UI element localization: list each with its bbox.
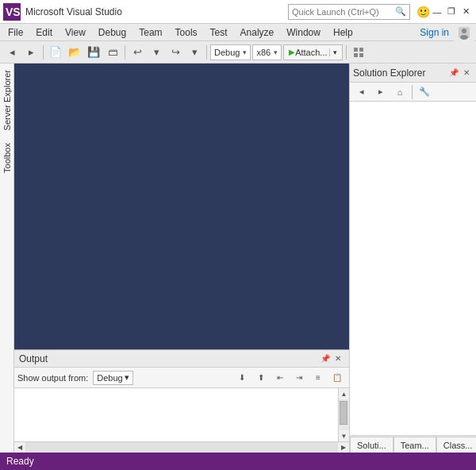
undo-dropdown[interactable]: ▾ — [148, 44, 165, 61]
tab-team[interactable]: Team... — [393, 437, 436, 453]
solution-explorer-content — [350, 102, 476, 435]
pin-button[interactable]: 📌 — [447, 67, 460, 79]
svg-rect-7 — [354, 53, 358, 57]
platform-dropdown[interactable]: x86 ▾ — [252, 44, 282, 60]
solution-explorer-panel: Solution Explorer 📌 ✕ ◂ ▸ ⌂ 🔧 Soluti... … — [349, 64, 476, 453]
solution-explorer-title: Solution Explorer — [353, 67, 447, 79]
menu-help[interactable]: Help — [327, 24, 359, 40]
save-button[interactable]: 💾 — [85, 44, 102, 61]
se-settings-button[interactable]: 🔧 — [416, 83, 433, 101]
menu-team[interactable]: Team — [132, 24, 168, 40]
output-hscrollbar[interactable]: ◀ ▶ — [14, 441, 349, 453]
menu-window[interactable]: Window — [280, 24, 327, 40]
redo-dropdown[interactable]: ▾ — [186, 44, 203, 61]
output-close-button[interactable]: ✕ — [332, 352, 344, 365]
main-layout: Server Explorer Toolbox Solution Explore… — [0, 64, 476, 453]
menu-debug[interactable]: Debug — [92, 24, 132, 40]
se-home-button[interactable]: ⌂ — [391, 83, 409, 101]
quick-launch-search[interactable]: 🔍 — [288, 4, 410, 20]
debug-config-dropdown[interactable]: Debug ▾ — [210, 44, 251, 60]
output-last-btn[interactable]: ⇥ — [290, 369, 308, 387]
app-title: Microsoft Visual Studio — [25, 6, 288, 17]
toolbox-tab[interactable]: Toolbox — [1, 137, 13, 179]
svg-rect-6 — [359, 48, 363, 52]
account-icon[interactable] — [454, 24, 474, 41]
tab-solution[interactable]: Soluti... — [350, 437, 393, 453]
output-panel-title: Output — [19, 353, 319, 364]
panel-tab-strip: Soluti... Team... Class... — [350, 435, 476, 453]
se-separator — [412, 85, 413, 99]
menu-edit[interactable]: Edit — [29, 24, 59, 40]
close-button[interactable]: ✕ — [459, 5, 473, 19]
output-pin-button[interactable]: 📌 — [319, 352, 332, 365]
scroll-up-arrow[interactable]: ▲ — [340, 388, 349, 399]
vs-logo-icon: VS — [3, 3, 21, 21]
hscroll-track[interactable] — [25, 442, 338, 453]
redo-button[interactable]: ↪ — [167, 44, 184, 61]
scroll-thumb[interactable] — [340, 401, 347, 425]
attach-button[interactable]: ▶ Attach... ▾ — [283, 44, 342, 60]
save-all-button[interactable]: 🗃 — [104, 44, 121, 61]
new-file-button[interactable]: 📄 — [47, 44, 64, 61]
chevron-down-icon-2: ▾ — [274, 48, 278, 56]
debug-config-label: Debug — [214, 48, 240, 57]
status-text: Ready — [6, 456, 34, 467]
toolbar-separator-2 — [125, 45, 125, 60]
svg-rect-5 — [354, 48, 358, 52]
output-wrap-btn[interactable]: ≡ — [309, 369, 327, 387]
back-button[interactable]: ◂ — [3, 44, 21, 61]
menu-test[interactable]: Test — [204, 24, 234, 40]
scroll-down-arrow[interactable]: ▼ — [340, 430, 349, 441]
attach-label: Attach... — [295, 48, 327, 57]
svg-text:VS: VS — [6, 6, 21, 18]
menu-analyze[interactable]: Analyze — [234, 24, 281, 40]
output-scroll-up-btn[interactable]: ⬆ — [252, 369, 270, 387]
menu-file[interactable]: File — [2, 24, 29, 40]
feedback-icon: 🙂 — [416, 6, 430, 18]
minimize-button[interactable]: — — [430, 5, 444, 19]
svg-point-3 — [462, 29, 466, 33]
toolbar-separator-4 — [346, 45, 347, 60]
se-forward-button[interactable]: ▸ — [372, 83, 390, 101]
hscroll-left-arrow[interactable]: ◀ — [14, 442, 25, 453]
output-copy-btn[interactable]: 📋 — [328, 369, 346, 387]
platform-label: x86 — [256, 48, 271, 57]
output-scroll-down-btn[interactable]: ⬇ — [233, 369, 251, 387]
output-first-btn[interactable]: ⇤ — [271, 369, 289, 387]
output-toolbar: Show output from: Debug ▾ ⬇ ⬆ ⇤ ⇥ ≡ 📋 — [14, 368, 349, 388]
menu-tools[interactable]: Tools — [169, 24, 204, 40]
hscroll-right-arrow[interactable]: ▶ — [338, 442, 349, 453]
output-panel-titlebar: Output 📌 ✕ — [14, 350, 349, 368]
solution-explorer-titlebar: Solution Explorer 📌 ✕ — [350, 64, 476, 83]
se-back-button[interactable]: ◂ — [353, 83, 370, 101]
open-file-button[interactable]: 📂 — [66, 44, 83, 61]
server-explorer-tab[interactable]: Server Explorer — [1, 64, 13, 137]
tab-class[interactable]: Class... — [436, 437, 476, 453]
toolbar-separator-1 — [43, 45, 44, 60]
undo-button[interactable]: ↩ — [129, 44, 146, 61]
output-source-label: Debug — [97, 373, 122, 383]
play-icon: ▶ — [289, 48, 295, 56]
output-source-dropdown[interactable]: Debug ▾ — [93, 371, 132, 385]
toolbar: ◂ ▸ 📄 📂 💾 🗃 ↩ ▾ ↪ ▾ Debug ▾ x86 ▾ ▶ Atta… — [0, 41, 476, 64]
close-panel-button[interactable]: ✕ — [460, 67, 473, 79]
title-bar: VS Microsoft Visual Studio 🔍 🙂 — ❐ ✕ — [0, 0, 476, 24]
menu-bar: File Edit View Debug Team Tools Test Ana… — [0, 24, 476, 41]
attach-dropdown-arrow[interactable]: ▾ — [329, 48, 337, 56]
output-scrollbar[interactable]: ▲ ▼ — [338, 388, 349, 441]
menu-view[interactable]: View — [59, 24, 92, 40]
restore-button[interactable]: ❐ — [444, 5, 459, 19]
scroll-track[interactable] — [339, 399, 349, 430]
toolbar-separator-3 — [206, 45, 207, 60]
forward-button[interactable]: ▸ — [22, 44, 40, 61]
output-dropdown-arrow: ▾ — [125, 372, 129, 383]
output-content: ▲ ▼ — [14, 388, 349, 441]
output-panel: Output 📌 ✕ Show output from: Debug ▾ ⬇ ⬆… — [14, 349, 349, 453]
sign-in-link[interactable]: Sign in — [415, 27, 454, 38]
svg-rect-8 — [359, 53, 363, 57]
chevron-down-icon: ▾ — [243, 48, 247, 56]
quick-launch-input[interactable] — [292, 7, 395, 17]
toolbar-extra-button[interactable] — [350, 44, 367, 61]
search-icon: 🔍 — [395, 6, 406, 17]
status-bar: Ready — [0, 453, 476, 470]
